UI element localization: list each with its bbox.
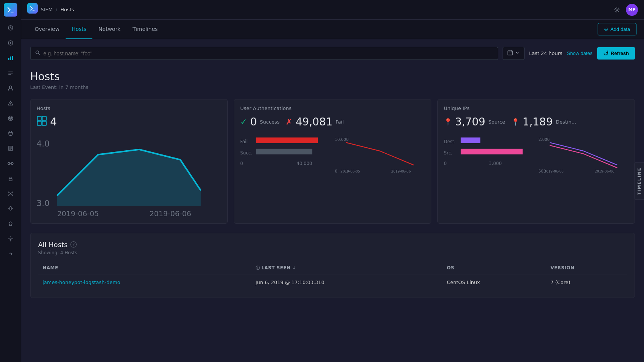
sidebar-plug-icon[interactable] bbox=[4, 127, 17, 140]
sidebar-arrow-icon[interactable] bbox=[4, 247, 17, 261]
refresh-button[interactable]: Refresh bbox=[597, 47, 635, 60]
siem-label: SIEM bbox=[41, 7, 53, 12]
auth-card-metrics: ✓ 0 Success ✗ 49,081 Fail bbox=[240, 116, 425, 128]
svg-rect-48 bbox=[256, 137, 318, 143]
date-picker[interactable] bbox=[503, 47, 524, 60]
sidebar-lock-icon[interactable] bbox=[4, 172, 17, 185]
sidebar-link-icon[interactable] bbox=[4, 157, 17, 170]
svg-point-36 bbox=[36, 51, 39, 54]
svg-text:2019-06-05: 2019-06-05 bbox=[544, 170, 564, 173]
refresh-label: Refresh bbox=[611, 50, 629, 56]
svg-text:2,000: 2,000 bbox=[538, 137, 550, 142]
add-data-icon: ⊕ bbox=[604, 26, 608, 32]
svg-rect-7 bbox=[8, 73, 13, 73]
svg-text:2019-06-06: 2019-06-06 bbox=[595, 170, 614, 173]
sidebar-clock-icon[interactable] bbox=[4, 21, 17, 35]
sidebar-bug-icon[interactable] bbox=[4, 202, 17, 215]
ips-dest-metric: 📍 1,189 Destin... bbox=[511, 116, 576, 128]
host-name-link[interactable]: james-honeypot-logstash-demo bbox=[43, 280, 120, 285]
tab-network[interactable]: Network bbox=[92, 20, 126, 39]
page-title: Hosts bbox=[30, 70, 635, 83]
svg-text:Fail: Fail bbox=[240, 139, 248, 144]
ips-charts: Dest. Src. 0 3,000 2,000 500 bbox=[444, 134, 629, 175]
auth-card-title: User Authentications bbox=[240, 105, 425, 111]
svg-rect-4 bbox=[10, 57, 11, 60]
sidebar-user-icon[interactable] bbox=[4, 81, 17, 95]
last-seen-info-icon[interactable]: ⓘ bbox=[256, 265, 260, 271]
sidebar-brain-icon[interactable] bbox=[4, 217, 17, 231]
all-hosts-subtitle: Showing: 4 Hosts bbox=[38, 250, 627, 255]
fail-x-icon: ✗ bbox=[286, 117, 293, 127]
sidebar-dashboard-icon[interactable] bbox=[4, 36, 17, 50]
auth-card: User Authentications ✓ 0 Success ✗ 49,08… bbox=[234, 99, 431, 224]
svg-text:40,000: 40,000 bbox=[296, 161, 312, 166]
svg-rect-6 bbox=[8, 72, 13, 72]
ips-source-count: 3,709 bbox=[455, 116, 485, 128]
search-input-wrap[interactable] bbox=[30, 47, 498, 60]
cards-row: Hosts 4 bbox=[30, 99, 635, 224]
show-dates-button[interactable]: Show dates bbox=[567, 50, 593, 56]
sort-down-icon[interactable]: ↓ bbox=[292, 265, 296, 270]
ips-card-metrics: 📍 3,709 Source 📍 1,189 Destin... bbox=[444, 116, 629, 128]
sidebar-alert-icon[interactable] bbox=[4, 96, 17, 110]
svg-rect-50 bbox=[256, 149, 312, 154]
host-version-cell: 7 (Core) bbox=[546, 275, 627, 290]
breadcrumb-separator: / bbox=[56, 7, 57, 12]
auth-fail-count: 49,081 bbox=[296, 116, 333, 128]
search-bar: Last 24 hours Show dates Refresh bbox=[30, 47, 635, 60]
sidebar-graph-icon[interactable] bbox=[4, 187, 17, 200]
user-avatar[interactable]: MP bbox=[626, 4, 638, 16]
ips-line-chart: 2,000 500 2019-06-05 2019-06-06 bbox=[538, 134, 629, 175]
app-logo[interactable] bbox=[4, 3, 17, 17]
page-title-breadcrumb: Hosts bbox=[60, 7, 74, 12]
sidebar-list-icon[interactable] bbox=[4, 66, 17, 80]
ips-card: Unique IPs 📍 3,709 Source 📍 1,189 Destin… bbox=[437, 99, 635, 224]
all-hosts-info-icon[interactable]: ? bbox=[71, 241, 77, 247]
svg-text:Succ.: Succ. bbox=[240, 150, 252, 156]
auth-line-chart: 10,000 0 2019-06-05 2019-06-06 bbox=[335, 134, 425, 175]
col-os: OS bbox=[442, 261, 546, 275]
ips-dest-count: 1,189 bbox=[523, 116, 553, 128]
refresh-icon bbox=[603, 50, 609, 57]
svg-line-28 bbox=[9, 192, 10, 193]
auth-success-label: Success bbox=[260, 119, 279, 125]
svg-rect-41 bbox=[42, 121, 46, 125]
svg-line-31 bbox=[11, 194, 12, 195]
sidebar-barchart-icon[interactable] bbox=[4, 51, 17, 65]
svg-rect-37 bbox=[508, 51, 512, 55]
add-data-button[interactable]: ⊕ Add data bbox=[598, 23, 636, 35]
sidebar-target-icon[interactable] bbox=[4, 112, 17, 125]
svg-point-2 bbox=[10, 42, 11, 44]
svg-rect-38 bbox=[37, 116, 41, 121]
search-input[interactable] bbox=[43, 50, 493, 57]
tab-hosts[interactable]: Hosts bbox=[66, 20, 92, 39]
hosts-card-metrics: 4 bbox=[37, 116, 221, 128]
sidebar-settings-icon[interactable] bbox=[4, 232, 17, 246]
sidebar bbox=[0, 0, 21, 362]
svg-rect-3 bbox=[8, 58, 9, 60]
auth-fail-label: Fail bbox=[336, 119, 343, 125]
timeline-sidebar[interactable]: TIMELINE bbox=[634, 162, 644, 200]
settings-icon[interactable] bbox=[611, 4, 623, 16]
hosts-charts: 4.0 3.0 2019-06-05 2019-06-06 bbox=[37, 134, 221, 217]
page-subtitle: Last Event: in 7 months bbox=[30, 84, 635, 90]
ips-card-title: Unique IPs bbox=[444, 105, 629, 111]
hosts-table-header-row: Name ⓘ Last Seen ↓ OS bbox=[38, 261, 627, 275]
svg-point-9 bbox=[9, 86, 12, 88]
svg-rect-60 bbox=[461, 149, 523, 154]
svg-text:2019-06-05: 2019-06-05 bbox=[57, 209, 99, 216]
page-header: Hosts Last Event: in 7 months bbox=[30, 70, 635, 90]
all-hosts-header: All Hosts ? Showing: 4 Hosts bbox=[38, 241, 627, 255]
table-row: james-honeypot-logstash-demo Jun 6, 2019… bbox=[38, 275, 627, 290]
topbar-logo bbox=[27, 3, 38, 14]
calendar-icon bbox=[508, 50, 513, 57]
sidebar-doc-icon[interactable] bbox=[4, 142, 17, 155]
breadcrumb: SIEM / Hosts bbox=[41, 7, 74, 12]
tab-timelines[interactable]: Timelines bbox=[127, 20, 164, 39]
auth-success-count: 0 bbox=[250, 116, 257, 128]
tab-overview[interactable]: Overview bbox=[29, 20, 66, 39]
svg-text:0: 0 bbox=[240, 161, 243, 166]
svg-text:3,000: 3,000 bbox=[489, 161, 502, 166]
ips-bar-chart: Dest. Src. 0 3,000 bbox=[444, 134, 534, 175]
ips-source-label: Source bbox=[488, 119, 505, 125]
